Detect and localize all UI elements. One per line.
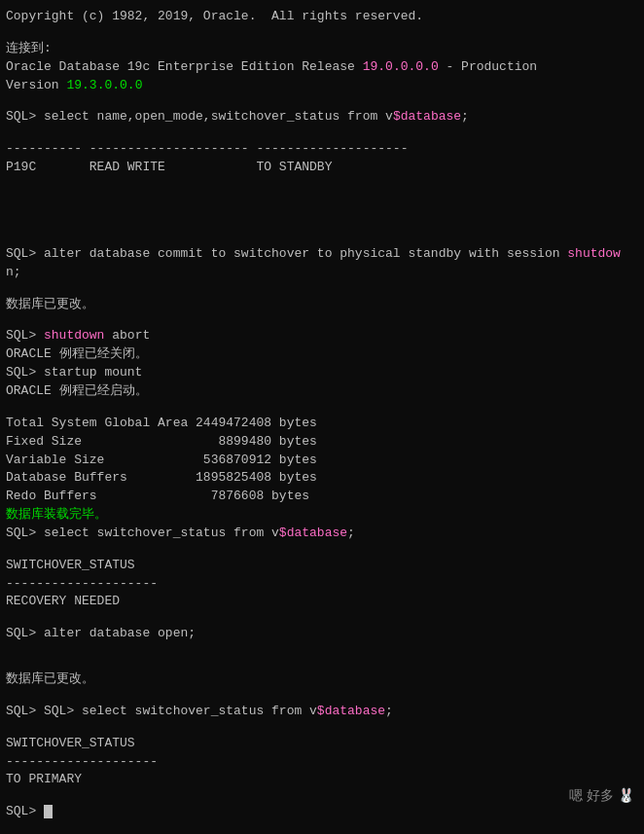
line-sw-divider2: -------------------- bbox=[6, 753, 638, 772]
blank bbox=[6, 543, 638, 557]
blank bbox=[6, 232, 638, 245]
line-dbchanged2: 数据库已更改。 bbox=[6, 671, 638, 689]
blank bbox=[6, 282, 638, 296]
blank bbox=[6, 313, 638, 327]
version-number: 19.0.0.0.0 bbox=[363, 59, 439, 74]
cursor bbox=[44, 805, 53, 818]
shutdown-keyword2: shutdown bbox=[44, 328, 104, 343]
blank bbox=[6, 218, 638, 232]
line-version: Version 19.3.0.0.0 bbox=[6, 77, 638, 95]
line-oracle-db: Oracle Database 19c Enterprise Edition R… bbox=[6, 58, 638, 77]
blank bbox=[6, 127, 638, 140]
watermark-text: 嗯 好多 bbox=[569, 787, 614, 803]
dollar-database-1: $database bbox=[393, 109, 461, 124]
line-dbchanged1: 数据库已更改。 bbox=[6, 296, 638, 314]
line-sql-prompt: SQL> bbox=[6, 803, 638, 821]
blank bbox=[6, 401, 638, 415]
blank bbox=[6, 26, 638, 40]
line-sql4b: n; bbox=[6, 264, 638, 282]
shutdown-keyword: shutdow bbox=[567, 246, 621, 261]
blank bbox=[6, 204, 638, 218]
line-connect-label: 连接到: bbox=[6, 40, 638, 58]
line-sql5: SQL> shutdown abort bbox=[6, 327, 638, 345]
line-sw-divider: -------------------- bbox=[6, 575, 638, 594]
line-sga1: Total System Global Area 2449472408 byte… bbox=[6, 415, 638, 433]
blank bbox=[6, 191, 638, 204]
line-sql9: SQL> SQL> select switchover_status from … bbox=[6, 703, 638, 721]
line-oracle-started: ORACLE 例程已经启动。 bbox=[6, 382, 638, 401]
line-sga4: Database Buffers 1895825408 bytes bbox=[6, 469, 638, 488]
dollar-database-3: $database bbox=[317, 704, 385, 718]
line-oracle-closed: ORACLE 例程已经关闭。 bbox=[6, 345, 638, 364]
line-col-dividers: P19C READ WRITE TO STANDBY bbox=[6, 159, 638, 177]
line-sw-header2: SWITCHOVER_STATUS bbox=[6, 735, 638, 753]
dollar-database-2: $database bbox=[279, 526, 347, 540]
line-sga5: Redo Buffers 7876608 bytes bbox=[6, 488, 638, 506]
line-sga3: Variable Size 536870912 bytes bbox=[6, 452, 638, 470]
db-loaded-text: 数据库装载完毕。 bbox=[6, 507, 107, 522]
blank bbox=[6, 643, 638, 657]
line-sw-header: SWITCHOVER_STATUS bbox=[6, 557, 638, 575]
line-col-headers: ---------- --------------------- -------… bbox=[6, 140, 638, 159]
blank bbox=[6, 789, 638, 803]
blank bbox=[6, 657, 638, 671]
line-sql4: SQL> alter database commit to switchover… bbox=[6, 245, 638, 264]
line-sga2: Fixed Size 8899480 bytes bbox=[6, 433, 638, 452]
blank bbox=[6, 689, 638, 703]
version-value: 19.3.0.0.0 bbox=[66, 78, 142, 92]
line-sql1: SQL> select name,open_mode,switchover_st… bbox=[6, 108, 638, 127]
watermark-emoji: 🐰 bbox=[618, 787, 634, 803]
blank bbox=[6, 177, 638, 191]
watermark: 嗯 好多 🐰 bbox=[569, 787, 634, 805]
blank bbox=[6, 94, 638, 108]
blank bbox=[6, 721, 638, 735]
line-db-loaded: 数据库装载完毕。 bbox=[6, 506, 638, 525]
line-sql6: SQL> startup mount bbox=[6, 364, 638, 382]
terminal: Copyright (c) 1982, 2019, Oracle. All ri… bbox=[6, 8, 638, 821]
blank bbox=[6, 611, 638, 625]
line-sql8: SQL> alter database open; bbox=[6, 625, 638, 643]
line-copyright: Copyright (c) 1982, 2019, Oracle. All ri… bbox=[6, 8, 638, 26]
line-sw-value2: TO PRIMARY bbox=[6, 771, 638, 789]
line-sw-value: RECOVERY NEEDED bbox=[6, 593, 638, 611]
line-sql7: SQL> select switchover_status from v$dat… bbox=[6, 525, 638, 543]
